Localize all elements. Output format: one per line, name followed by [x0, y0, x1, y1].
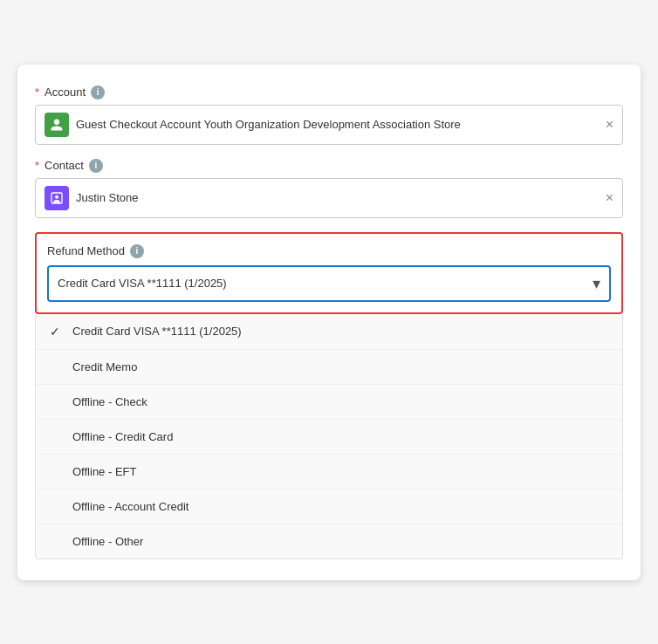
account-required-star: *: [35, 86, 39, 99]
contact-required-star: *: [35, 159, 39, 172]
refund-method-selected-value: Credit Card VISA **1111 (1/2025): [58, 277, 593, 290]
dropdown-item-offline-eft[interactable]: Offline - EFT: [36, 455, 622, 490]
dropdown-item-label-offline-check: Offline - Check: [72, 395, 147, 408]
check-icon: ✓: [50, 325, 64, 339]
dropdown-item-label-offline-other: Offline - Other: [72, 535, 143, 548]
account-input-field[interactable]: Guest Checkout Account Youth Organizatio…: [35, 105, 623, 145]
dropdown-item-offline-cc[interactable]: Offline - Credit Card: [36, 420, 622, 455]
dropdown-item-label-offline-eft: Offline - EFT: [72, 465, 136, 478]
contact-input-field[interactable]: Justin Stone ×: [35, 178, 623, 218]
account-value: Guest Checkout Account Youth Organizatio…: [76, 118, 599, 131]
contact-clear-icon[interactable]: ×: [606, 190, 613, 206]
dropdown-item-credit-memo[interactable]: Credit Memo: [36, 350, 622, 385]
contact-info-icon[interactable]: i: [89, 159, 103, 173]
chevron-down-icon: ▾: [593, 274, 600, 293]
svg-point-1: [55, 195, 58, 198]
contact-avatar-icon: [45, 186, 69, 210]
dropdown-item-offline-check[interactable]: Offline - Check: [36, 385, 622, 420]
refund-method-label: Refund Method: [47, 244, 125, 257]
form-card: * Account i Guest Checkout Account Youth…: [17, 65, 641, 580]
dropdown-item-label-offline-account-credit: Offline - Account Credit: [72, 500, 188, 513]
account-label-row: * Account i: [35, 86, 623, 99]
dropdown-item-cc-visa[interactable]: ✓ Credit Card VISA **1111 (1/2025): [36, 314, 622, 350]
contact-label-row: * Contact i: [35, 159, 623, 173]
dropdown-list: ✓ Credit Card VISA **1111 (1/2025) Credi…: [35, 314, 623, 559]
account-label: Account: [45, 86, 86, 99]
dropdown-item-label-credit-memo: Credit Memo: [72, 360, 137, 373]
account-clear-icon[interactable]: ×: [606, 117, 613, 133]
refund-method-section: Refund Method i Credit Card VISA **1111 …: [35, 232, 623, 314]
account-info-icon[interactable]: i: [91, 86, 105, 99]
contact-value: Justin Stone: [76, 191, 599, 204]
dropdown-item-label-offline-cc: Offline - Credit Card: [72, 430, 173, 443]
dropdown-item-offline-account-credit[interactable]: Offline - Account Credit: [36, 490, 622, 524]
refund-method-dropdown[interactable]: Credit Card VISA **1111 (1/2025) ▾: [47, 265, 611, 302]
refund-label-row: Refund Method i: [47, 244, 611, 258]
dropdown-item-label-cc-visa: Credit Card VISA **1111 (1/2025): [72, 325, 242, 338]
refund-method-info-icon[interactable]: i: [130, 244, 144, 258]
contact-label: Contact: [45, 159, 84, 172]
dropdown-item-offline-other[interactable]: Offline - Other: [36, 524, 622, 558]
account-avatar-icon: [45, 113, 69, 137]
